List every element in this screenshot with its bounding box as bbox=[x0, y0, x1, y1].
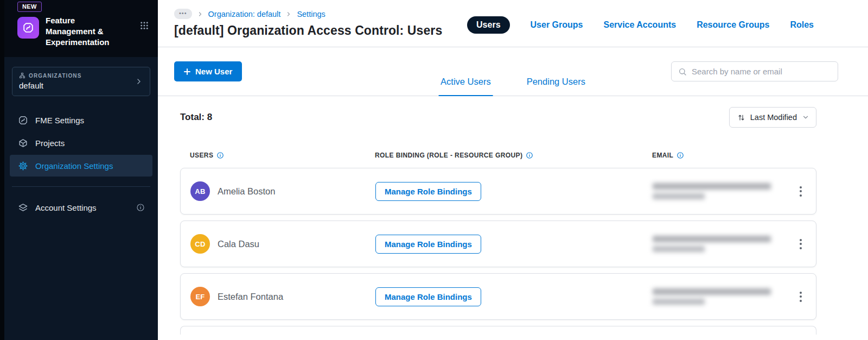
kebab-menu-icon[interactable] bbox=[795, 182, 806, 201]
sort-dropdown-label: Last Modified bbox=[750, 113, 797, 122]
table-row: AB Amelia Boston Manage Role Bindings bbox=[180, 168, 816, 215]
product-title: Feature Management & Experimentation bbox=[46, 15, 127, 47]
column-header-label: EMAIL bbox=[652, 152, 673, 159]
new-badge: NEW bbox=[17, 2, 42, 12]
table-header: USERS ROLE BINDING (ROLE - RESOURCE GROU… bbox=[180, 152, 816, 159]
kebab-menu-icon[interactable] bbox=[795, 235, 806, 254]
sidebar-item-account-settings[interactable]: Account Settings bbox=[10, 197, 152, 218]
user-cell: AB Amelia Boston bbox=[190, 181, 375, 201]
sidebar-divider bbox=[12, 186, 150, 187]
column-header-users: USERS bbox=[190, 152, 375, 159]
info-circle-icon[interactable] bbox=[216, 152, 224, 159]
users-content: Total: 8 Last Modified USERS bbox=[158, 96, 868, 340]
column-header-email: EMAIL bbox=[652, 152, 793, 159]
fme-logo-icon bbox=[17, 115, 28, 125]
info-circle-icon[interactable] bbox=[526, 152, 533, 159]
sidebar-item-projects[interactable]: Projects bbox=[10, 132, 152, 154]
manage-role-bindings-button[interactable]: Manage Role Bindings bbox=[375, 287, 481, 306]
user-state-tabs: Active Users Pending Users bbox=[438, 77, 588, 96]
sidebar-item-fme-settings[interactable]: FME Settings bbox=[10, 109, 152, 131]
split-logo-icon bbox=[17, 17, 39, 39]
manage-role-bindings-button[interactable]: Manage Role Bindings bbox=[375, 182, 481, 201]
table-row: EF Estefan Fontana Manage Role Bindings bbox=[180, 273, 816, 320]
user-name: Estefan Fontana bbox=[218, 292, 283, 302]
tab-service-accounts[interactable]: Service Accounts bbox=[603, 20, 676, 30]
avatar: EF bbox=[190, 287, 210, 306]
sidebar-header: NEW Feature Management & Experimentation bbox=[4, 0, 158, 57]
user-cell: CD Cala Dasu bbox=[190, 234, 375, 254]
kebab-menu-icon[interactable] bbox=[795, 287, 806, 306]
info-circle-icon[interactable] bbox=[676, 152, 684, 159]
page-header: ••• Organization: default Settings [defa… bbox=[158, 0, 868, 47]
redacted-email bbox=[653, 288, 789, 305]
sidebar-item-label: Projects bbox=[35, 138, 65, 148]
sidebar-item-label: Account Settings bbox=[35, 203, 97, 212]
apps-grid-icon[interactable] bbox=[139, 21, 149, 33]
column-header-label: ROLE BINDING (ROLE - RESOURCE GROUP) bbox=[375, 152, 522, 159]
table-row-peek bbox=[180, 326, 816, 335]
tab-active-users[interactable]: Active Users bbox=[438, 77, 493, 96]
search-input[interactable] bbox=[692, 67, 831, 76]
sidebar-item-organization-settings[interactable]: Organization Settings bbox=[10, 155, 152, 177]
collapsed-nav-strip bbox=[0, 0, 4, 340]
user-rows: AB Amelia Boston Manage Role Bindings CD… bbox=[180, 168, 816, 335]
toolbar: New User Active Users Pending Users bbox=[158, 47, 868, 96]
total-count: Total: 8 bbox=[180, 112, 212, 123]
new-user-button-label: New User bbox=[195, 67, 232, 76]
user-name: Amelia Boston bbox=[218, 186, 275, 197]
tab-roles[interactable]: Roles bbox=[790, 20, 814, 30]
total-row: Total: 8 Last Modified bbox=[180, 107, 816, 128]
access-control-tabs: Users User Groups Service Accounts Resou… bbox=[467, 16, 814, 34]
tab-users[interactable]: Users bbox=[467, 16, 509, 34]
chevron-down-icon bbox=[802, 114, 809, 121]
manage-role-bindings-button[interactable]: Manage Role Bindings bbox=[375, 235, 481, 254]
organizations-label: ORGANIZATIONS bbox=[29, 73, 81, 79]
sidebar: NEW Feature Management & Experimentation bbox=[4, 0, 158, 340]
brand: Feature Management & Experimentation bbox=[13, 15, 149, 47]
org-chart-icon bbox=[19, 72, 25, 79]
tab-user-groups[interactable]: User Groups bbox=[531, 20, 583, 30]
tab-pending-users[interactable]: Pending Users bbox=[525, 77, 588, 96]
organization-selector[interactable]: ORGANIZATIONS default bbox=[12, 67, 150, 96]
plus-icon bbox=[184, 68, 190, 75]
organization-info: ORGANIZATIONS default bbox=[19, 72, 81, 90]
search-box bbox=[671, 61, 838, 81]
breadcrumb-link-settings[interactable]: Settings bbox=[297, 10, 325, 18]
column-header-label: USERS bbox=[190, 152, 213, 159]
column-header-role-binding: ROLE BINDING (ROLE - RESOURCE GROUP) bbox=[375, 152, 652, 159]
user-cell: EF Estefan Fontana bbox=[190, 287, 375, 306]
new-user-button[interactable]: New User bbox=[174, 61, 242, 81]
breadcrumb-link-organization[interactable]: Organization: default bbox=[208, 10, 281, 18]
organization-value: default bbox=[19, 81, 81, 90]
sidebar-item-label: FME Settings bbox=[35, 116, 84, 125]
gear-icon bbox=[17, 160, 28, 171]
cube-icon bbox=[17, 137, 28, 148]
layers-icon bbox=[17, 202, 28, 213]
sidebar-item-label: Organization Settings bbox=[35, 161, 113, 171]
sidebar-menu: FME Settings Projects Organization Setti… bbox=[4, 109, 158, 218]
info-circle-icon[interactable] bbox=[136, 203, 145, 212]
chevron-right-icon bbox=[285, 11, 292, 17]
user-name: Cala Dasu bbox=[218, 239, 259, 249]
redacted-email bbox=[653, 236, 789, 252]
table-row: CD Cala Dasu Manage Role Bindings bbox=[180, 221, 816, 267]
tab-resource-groups[interactable]: Resource Groups bbox=[697, 20, 769, 30]
main-area: ••• Organization: default Settings [defa… bbox=[158, 0, 868, 340]
sort-dropdown[interactable]: Last Modified bbox=[729, 107, 816, 128]
search-icon bbox=[678, 67, 687, 76]
sort-arrows-icon bbox=[737, 114, 745, 122]
avatar: AB bbox=[190, 181, 210, 201]
breadcrumb-ellipsis-button[interactable]: ••• bbox=[174, 9, 192, 19]
chevron-right-icon bbox=[135, 77, 143, 86]
chevron-right-icon bbox=[197, 11, 203, 17]
redacted-email bbox=[653, 183, 789, 199]
avatar: CD bbox=[190, 234, 210, 254]
